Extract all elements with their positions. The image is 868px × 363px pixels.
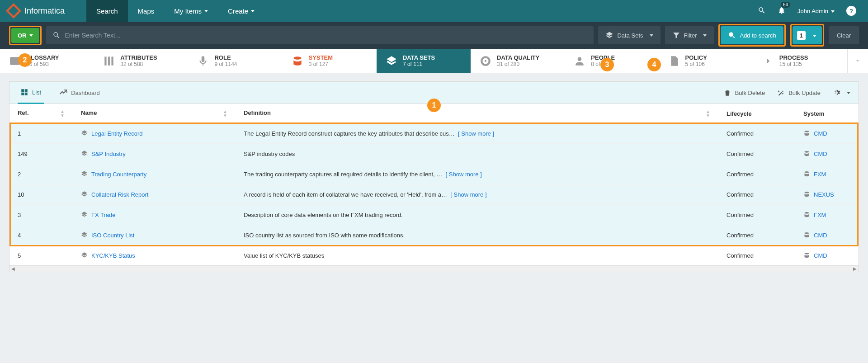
selected-count-chip[interactable]: 1 [793, 26, 822, 44]
searchbar: OR Data Sets Filter Add to search 1 Clea… [0, 22, 868, 49]
cell-lifecycle: Confirmed [718, 225, 795, 245]
cell-definition: The trading counterparty captures all re… [236, 164, 718, 184]
cell-system: FXM [795, 205, 859, 225]
row-name-link[interactable]: Trading Counterparty [91, 171, 146, 178]
panel-actions: Bulk Delete Bulk Update [723, 89, 850, 97]
layers-icon [81, 130, 88, 137]
content-area: List Dashboard Bulk Delete Bulk Update [0, 73, 868, 277]
row-name-link[interactable]: KYC/KYB Status [91, 252, 135, 259]
cell-name: Trading Counterparty [73, 164, 236, 184]
trend-icon [59, 89, 67, 97]
add-category-tab[interactable]: + [847, 49, 868, 73]
table-row[interactable]: 4 ISO Country List ISO country list as s… [9, 225, 859, 245]
table-row[interactable]: 2 Trading Counterparty The trading count… [9, 164, 859, 184]
i-layers-icon [386, 55, 397, 67]
show-more-link[interactable]: [ Show more ] [446, 171, 482, 178]
row-name-link[interactable]: FX Trade [91, 212, 115, 218]
table-row[interactable]: 3 FX Trade Description of core data elem… [9, 205, 859, 225]
gear-icon [832, 89, 840, 97]
bulk-update-button[interactable]: Bulk Update [777, 89, 821, 97]
category-tab-glossary[interactable]: GLOSSARY30 of 593 [0, 49, 94, 73]
nav-maps[interactable]: Maps [128, 0, 165, 22]
category-count: 3 of 127 [309, 61, 333, 67]
search-icon[interactable] [758, 6, 766, 16]
category-label: SYSTEM [309, 54, 333, 61]
col-lifecycle[interactable]: Lifecycle [718, 104, 795, 123]
nav-create[interactable]: Create [218, 0, 264, 22]
col-system[interactable]: System [795, 104, 859, 123]
system-link[interactable]: CMD [814, 151, 827, 157]
cell-ref: 3 [9, 205, 73, 225]
row-name-link[interactable]: ISO Country List [91, 232, 134, 239]
trash-icon [723, 89, 731, 97]
annotation-2: 2 [18, 53, 32, 67]
user-menu[interactable]: John Admin [797, 8, 835, 14]
table-row[interactable]: 5 KYC/KYB Status Value list of KYC/KYB s… [9, 245, 859, 266]
bulk-delete-button[interactable]: Bulk Delete [723, 89, 765, 97]
cell-system: CMD [795, 123, 859, 144]
col-ref[interactable]: Ref.▲▼ [9, 104, 73, 123]
category-tab-attributes[interactable]: ATTRIBUTES32 of 588 [94, 49, 188, 73]
show-more-link[interactable]: [ Show more ] [450, 191, 486, 198]
notifications-button[interactable]: 64 [778, 6, 786, 16]
system-link[interactable]: CMD [814, 252, 827, 259]
table-row[interactable]: 149 S&P Industry S&P industry codes Conf… [9, 144, 859, 164]
cell-system: CMD [795, 225, 859, 245]
col-name[interactable]: Name▲▼ [73, 104, 236, 123]
table-row[interactable]: 1 Legal Entity Record The Legal Entity R… [9, 123, 859, 144]
category-count: 15 of 135 [779, 61, 808, 67]
chevron-down-icon [810, 32, 822, 39]
row-name-link[interactable]: S&P Industry [91, 151, 126, 157]
main-nav: Search Maps My Items Create [86, 0, 264, 22]
settings-menu[interactable] [832, 89, 850, 97]
cell-lifecycle: Confirmed [718, 205, 795, 225]
search-input[interactable] [65, 32, 588, 39]
category-tab-data-quality[interactable]: DATA QUALITY31 of 280 [471, 49, 565, 73]
system-link[interactable]: NEXUS [814, 191, 834, 198]
filter-dropdown[interactable]: Filter [665, 26, 714, 44]
i-cols-icon [103, 55, 115, 67]
table-row[interactable]: 10 Collateral Risk Report A record is he… [9, 184, 859, 205]
system-link[interactable]: CMD [814, 232, 827, 239]
category-tab-data-sets[interactable]: DATA SETS7 of 111 [377, 49, 471, 73]
help-icon[interactable]: ? [846, 6, 856, 16]
grid-icon [20, 88, 28, 96]
cell-definition: Description of core data elements on the… [236, 205, 718, 225]
annotation-3: 3 [600, 58, 614, 71]
clear-button[interactable]: Clear [829, 26, 859, 44]
layers-icon [81, 151, 88, 157]
add-to-search-button[interactable]: Add to search [721, 26, 783, 44]
results-panel: List Dashboard Bulk Delete Bulk Update [9, 81, 859, 272]
cell-ref: 5 [9, 245, 73, 266]
category-tab-system[interactable]: SYSTEM3 of 127 [283, 49, 377, 73]
cell-lifecycle: Confirmed [718, 164, 795, 184]
category-label: DATA SETS [403, 54, 435, 61]
bool-operator-chip[interactable]: OR [11, 28, 39, 43]
category-tab-policy[interactable]: POLICY5 of 106 [659, 49, 753, 73]
col-definition[interactable]: Definition▲▼ [236, 104, 718, 123]
category-tab-role[interactable]: ROLE9 of 1144 [188, 49, 282, 73]
bulk-update-label: Bulk Update [788, 90, 821, 96]
cell-name: KYC/KYB Status [73, 245, 236, 266]
view-dashboard-tab[interactable]: Dashboard [57, 82, 103, 103]
datasets-dropdown[interactable]: Data Sets [598, 26, 660, 44]
category-tab-process[interactable]: PROCESS15 of 135 [753, 49, 847, 73]
layers-icon [81, 232, 88, 239]
database-icon [803, 130, 810, 137]
system-link[interactable]: CMD [814, 130, 827, 137]
cell-definition: S&P industry codes [236, 144, 718, 164]
show-more-link[interactable]: [ Show more ] [458, 130, 494, 137]
system-link[interactable]: FXM [814, 171, 826, 178]
system-link[interactable]: FXM [814, 212, 826, 218]
search-input-wrap[interactable] [46, 26, 594, 44]
view-dashboard-label: Dashboard [71, 90, 100, 96]
count-highlight: 1 [790, 24, 824, 47]
nav-myitems[interactable]: My Items [164, 0, 218, 22]
category-count: 5 of 106 [685, 61, 707, 67]
nav-search[interactable]: Search [86, 0, 128, 22]
brand-block[interactable]: Informatica [0, 0, 73, 22]
row-name-link[interactable]: Legal Entity Record [91, 130, 142, 137]
horizontal-scrollbar[interactable]: ◀▶ [9, 265, 859, 272]
view-list-tab[interactable]: List [18, 82, 44, 104]
row-name-link[interactable]: Collateral Risk Report [91, 191, 148, 198]
